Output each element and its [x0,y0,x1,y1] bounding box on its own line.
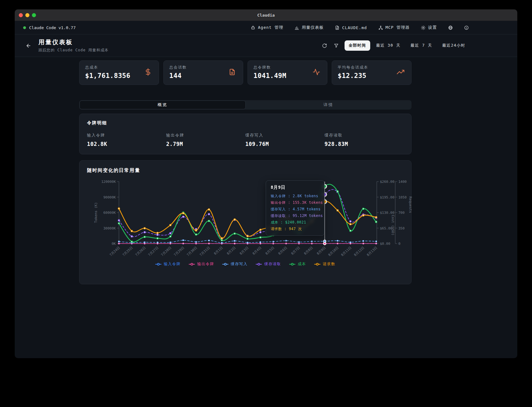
file-text-icon [228,68,236,76]
svg-text:0: 0 [398,242,401,246]
app-window: Claudia Claude Code v1.0.77 Agent 管理用量仪表… [15,9,517,358]
time-filter-2[interactable]: 最近 7 天 [407,40,436,51]
legend-label: 缓存写入 [231,261,248,267]
svg-text:8月12日: 8月12日 [353,246,365,257]
token-metric-value: 2.79M [166,141,245,147]
svg-text:$0.00: $0.00 [380,242,390,246]
trending-up-icon [397,68,404,76]
legend-item-5[interactable]: 请求数 [314,261,335,267]
nav-item-language[interactable] [448,25,453,30]
time-filter-0[interactable]: 全部时间 [345,40,370,51]
time-filter-3[interactable]: 最近24小时 [438,40,469,51]
token-metric-value: 928.83M [325,141,404,147]
daily-usage-chart-card: 随时间变化的日常用量 0K30000K60000K90000K120000KTo… [79,160,412,284]
legend-item-1[interactable]: 输出令牌 [189,261,214,267]
svg-text:350: 350 [398,226,405,230]
legend-marker-icon [189,263,195,266]
legend-label: 请求数 [323,261,335,267]
token-metric-label: 输入令牌 [87,133,166,138]
window-title: Claudia [257,13,275,18]
robot-icon [251,25,255,30]
svg-text:8月5日: 8月5日 [264,246,275,255]
svg-text:8月1日: 8月1日 [213,246,223,255]
nav-item-label: 设置 [428,25,437,30]
tooltip-row: 缓存写入 : 4.57M tokens [271,207,320,212]
nav-item-mcp-manager[interactable]: MCP 管理器 [378,25,410,30]
stat-card-0: 总成本$1,761.8356 [79,60,159,85]
legend-marker-icon [222,263,228,266]
legend-item-2[interactable]: 缓存写入 [222,261,248,267]
stat-label: 平均每会话成本 [338,65,406,70]
nav-item-agent-manager[interactable]: Agent 管理 [251,25,283,30]
main-content: 总成本$1,761.8356总会话数144总令牌数1041.49M平均每会话成本… [79,60,412,284]
nav-item-claude-md[interactable]: CLAUDE.md [335,25,367,30]
legend-marker-icon [314,263,320,266]
svg-text:120000K: 120000K [101,180,116,184]
page-header: 用量仪表板 跟踪您的 Claude Code 用量和成本 全部时间最近 30 天… [15,34,517,57]
tab-overview[interactable]: 概览 [79,100,246,109]
nav-item-about[interactable] [464,25,469,30]
svg-text:7月31日: 7月31日 [199,246,211,257]
legend-item-0[interactable]: 输入令牌 [155,261,181,267]
svg-text:Tokens (K): Tokens (K) [94,202,98,223]
activity-icon [313,68,320,76]
filter-button[interactable] [333,42,340,49]
stat-label: 总会话数 [169,65,237,70]
svg-text:7月25日: 7月25日 [122,246,134,257]
nav-item-settings[interactable]: 设置 [421,25,437,30]
tooltip-row: 缓存读取 : 95.12M tokens [271,214,320,218]
bar-chart-icon [294,25,299,30]
legend-item-4[interactable]: 成本 [289,261,306,267]
svg-text:$65.00: $65.00 [380,226,392,230]
svg-text:Requests: Requests [408,197,412,213]
gear-icon [421,25,426,30]
token-metric-value: 109.76M [245,141,325,147]
svg-text:8月7日: 8月7日 [290,246,301,255]
time-range-filters: 全部时间最近 30 天最近 7 天最近24小时 [345,40,469,51]
nav-item-usage-dashboard[interactable]: 用量仪表板 [294,25,324,30]
token-breakdown-card: 令牌明细 输入令牌102.8K输出令牌2.79M缓存写入109.76M缓存读取9… [79,114,412,154]
zoom-button[interactable] [32,13,36,17]
legend-item-3[interactable]: 缓存读取 [256,261,281,267]
stat-value: $12.235 [338,72,406,80]
svg-text:$130.00: $130.00 [380,211,394,215]
token-metric: 缓存读取928.83M [325,133,404,147]
tooltip-row: 成本 : $240.0021 [271,220,320,225]
chart-tooltip: 8月9日 输入令牌 : 2.8K tokens输出令牌 : 155.3K tok… [266,180,325,236]
dollar-icon [144,68,152,76]
svg-text:7月24日: 7月24日 [109,246,121,257]
svg-text:7月27日: 7月27日 [147,246,159,257]
nav-item-label: Agent 管理 [258,25,283,30]
token-metric-label: 缓存写入 [245,133,325,138]
svg-text:8月6日: 8月6日 [278,246,288,255]
globe-icon [448,25,453,30]
tab-details[interactable]: 详情 [246,100,411,109]
tooltip-row: 输入令牌 : 2.8K tokens [271,194,320,198]
stat-value: 144 [169,72,237,80]
stat-card-3: 平均每会话成本$12.235 [332,60,412,85]
stat-card-1: 总会话数144 [163,60,243,85]
page-subtitle: 跟踪您的 Claude Code 用量和成本 [38,48,109,53]
svg-text:700: 700 [398,211,405,215]
titlebar: Claudia [15,9,517,21]
tooltip-rows: 输入令牌 : 2.8K tokens输出令牌 : 155.3K tokens缓存… [271,194,320,231]
svg-text:7月26日: 7月26日 [135,246,146,257]
network-icon [378,25,383,30]
svg-text:60000K: 60000K [103,211,116,215]
svg-text:8月11日: 8月11日 [340,246,352,257]
minimize-button[interactable] [25,13,29,17]
token-metric-label: 输出令牌 [166,133,245,138]
back-button[interactable] [24,41,33,50]
time-filter-1[interactable]: 最近 30 天 [372,40,405,51]
stat-label: 总令牌数 [253,65,321,70]
svg-text:7月30日: 7月30日 [186,246,198,257]
version-label: Claude Code v1.0.77 [29,25,76,30]
svg-text:Cost (USD): Cost (USD) [391,215,395,235]
chart-legend: 输入令牌输出令牌缓存写入缓存读取成本请求数 [79,261,411,267]
legend-label: 成本 [298,261,306,267]
token-breakdown-title: 令牌明细 [87,120,404,126]
close-button[interactable] [19,13,23,17]
refresh-button[interactable] [321,42,328,49]
svg-text:8月4日: 8月4日 [252,246,262,255]
svg-text:7月28日: 7月28日 [160,246,172,257]
